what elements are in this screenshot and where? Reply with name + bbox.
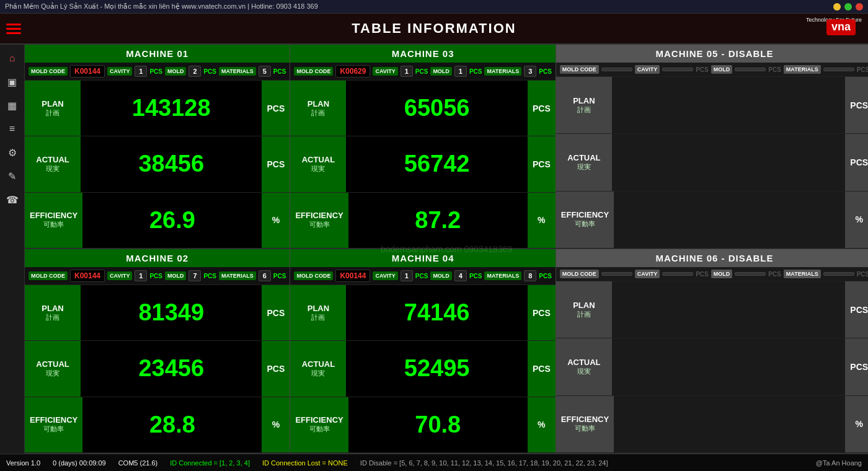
machine-card-04: MACHINE 04 MOLD CODE K00144 CAVITY 1 PCS… — [290, 249, 556, 453]
pcs-01-m: PCS — [203, 68, 216, 75]
machine-01-efficiency-row: EFFICIENCY 可動率 26.9 % — [25, 193, 290, 249]
actual-unit-06: PCS — [845, 338, 868, 395]
pcs-02-c: PCS — [149, 273, 162, 280]
machine-03-plan-value: 65056 — [346, 81, 527, 136]
sidebar-icon-list[interactable]: ≡ — [4, 120, 21, 138]
sidebar-icon-chart[interactable]: ▦ — [4, 97, 21, 114]
efficiency-unit-02: % — [262, 397, 290, 452]
machine-02-actual-row: ACTUAL 現実 23456 PCS — [25, 341, 290, 397]
machine-05-mold — [735, 68, 766, 71]
machine-01-mold: 2 — [188, 66, 201, 77]
top-nav: TABLE INFORMATION vna Technology For Fut… — [0, 14, 868, 45]
cavity-label-01: CAVITY — [107, 67, 132, 76]
sidebar-icon-settings[interactable]: ⚙ — [4, 144, 21, 161]
machine-06-header: MACHINE 06 - DISABLE — [556, 249, 868, 267]
pcs-05-c: PCS — [696, 66, 709, 73]
machine-06-cavity — [662, 272, 693, 276]
machine-06-plan-row: PLAN 計画 PCS — [556, 281, 868, 338]
plan-unit-05: PCS — [845, 77, 868, 133]
hamburger-menu[interactable] — [6, 24, 21, 34]
time-label: 0 (days) 00:09:09 — [53, 459, 106, 467]
machine-04-info: MOLD CODE K00144 CAVITY 1 PCS MOLD 4 PCS… — [290, 267, 555, 285]
machine-01-actual-row: ACTUAL 現実 38456 PCS — [25, 136, 290, 192]
materials-label-02: MATERIALS — [219, 271, 256, 280]
materials-label-04: MATERIALS — [484, 271, 521, 280]
materials-label-05: MATERIALS — [784, 65, 821, 74]
actual-unit-02: PCS — [262, 341, 290, 396]
machine-03-actual-value: 56742 — [346, 136, 527, 191]
machine-02-mold: 7 — [188, 270, 201, 281]
sidebar-icon-home[interactable]: ⌂ — [4, 50, 21, 67]
machines-row-1: MACHINE 01 MOLD CODE K00144 CAVITY 1 PCS… — [25, 45, 868, 249]
machine-01-plan-row: PLAN 計画 143128 PCS — [25, 81, 290, 136]
sidebar-icon-monitor[interactable]: ▣ — [4, 73, 21, 90]
machine-05-plan-row: PLAN 計画 PCS — [556, 77, 868, 134]
machine-card-05: MACHINE 05 - DISABLE MOLD CODE CAVITY PC… — [556, 45, 868, 249]
mold-code-label-02: MOLD CODE — [29, 271, 68, 280]
efficiency-unit-01: % — [262, 193, 290, 248]
machine-02-header: MACHINE 02 — [25, 249, 290, 267]
cavity-label-02: CAVITY — [107, 271, 132, 280]
machine-04-efficiency-row: EFFICIENCY 可動率 70.8 % — [290, 397, 555, 453]
cavity-label-04: CAVITY — [373, 271, 397, 280]
mold-code-label: MOLD CODE — [29, 67, 68, 76]
machines-grid: MACHINE 01 MOLD CODE K00144 CAVITY 1 PCS… — [25, 45, 868, 454]
machine-card-01: MACHINE 01 MOLD CODE K00144 CAVITY 1 PCS… — [25, 45, 290, 249]
logo-area: vna Technology For Future — [806, 17, 862, 23]
machine-02-plan-value: 81349 — [81, 285, 262, 340]
author-label: @Ta An Hoang — [816, 459, 862, 467]
mold-label-03: MOLD — [430, 67, 452, 76]
plan-unit-01: PCS — [262, 81, 290, 136]
plan-label-02: PLAN 計画 — [25, 285, 81, 340]
materials-label-06: MATERIALS — [784, 270, 821, 278]
version-label: Version 1.0 — [6, 459, 40, 467]
sidebar-icon-edit[interactable]: ✎ — [4, 167, 21, 185]
pcs-01-c: PCS — [149, 68, 162, 75]
machine-04-header: MACHINE 04 — [290, 249, 555, 267]
com-label: COM5 (21.6) — [118, 459, 158, 467]
plan-label-03: PLAN 計画 — [290, 81, 346, 136]
machine-05-efficiency-value — [614, 191, 845, 248]
efficiency-unit-05: % — [845, 191, 868, 248]
status-bar: Version 1.0 0 (days) 00:09:09 COM5 (21.6… — [0, 454, 868, 471]
machine-06-efficiency-value — [614, 396, 845, 452]
pcs-06-mat: PCS — [857, 271, 868, 278]
machine-01-mold-code: K00144 — [70, 65, 105, 77]
machine-05-info: MOLD CODE CAVITY PCS MOLD PCS MATERIALS … — [556, 63, 868, 77]
minimize-button[interactable] — [833, 3, 841, 11]
machine-05-plan-value — [612, 77, 845, 133]
actual-label-02: ACTUAL 現実 — [25, 341, 81, 396]
logo: vna — [826, 19, 856, 35]
machine-02-efficiency-row: EFFICIENCY 可動率 28.8 % — [25, 397, 290, 453]
sidebar-icon-phone[interactable]: ☎ — [4, 191, 21, 208]
machine-03-efficiency-value: 87.2 — [348, 193, 528, 248]
pcs-06-m: PCS — [768, 271, 781, 278]
machine-06-mold — [735, 272, 766, 276]
machine-03-actual-row: ACTUAL 現実 56742 PCS — [290, 136, 555, 192]
plan-unit-02: PCS — [262, 285, 290, 340]
pcs-05-m: PCS — [768, 66, 781, 73]
machine-06-materials — [823, 272, 854, 276]
id-connected-label: ID Connected = [1, 2, 3, 4] — [170, 459, 250, 467]
plan-label-04: PLAN 計画 — [290, 285, 346, 340]
machine-04-actual-value: 52495 — [346, 341, 527, 396]
machine-02-cavity: 1 — [135, 270, 147, 281]
pcs-04-m: PCS — [469, 273, 482, 280]
pcs-04-c: PCS — [415, 273, 428, 280]
close-button[interactable] — [856, 3, 863, 11]
cavity-label-03: CAVITY — [373, 67, 397, 76]
actual-unit-04: PCS — [528, 341, 556, 396]
pcs-02-m: PCS — [203, 273, 216, 280]
machine-01-materials: 5 — [259, 66, 271, 77]
mold-label-05: MOLD — [711, 65, 733, 74]
page-title: TABLE INFORMATION — [352, 20, 516, 37]
machine-01-header: MACHINE 01 — [25, 45, 290, 63]
left-sidebar: ⌂ ▣ ▦ ≡ ⚙ ✎ ☎ — [0, 45, 25, 471]
machine-04-plan-value: 74146 — [346, 285, 527, 340]
machine-01-plan-value: 143128 — [81, 81, 262, 136]
maximize-button[interactable] — [844, 3, 852, 11]
mold-label-01: MOLD — [165, 67, 187, 76]
efficiency-label-01: EFFICIENCY 可動率 — [25, 193, 82, 248]
plan-unit-03: PCS — [528, 81, 556, 136]
machine-03-mold-code: K00629 — [335, 65, 370, 77]
